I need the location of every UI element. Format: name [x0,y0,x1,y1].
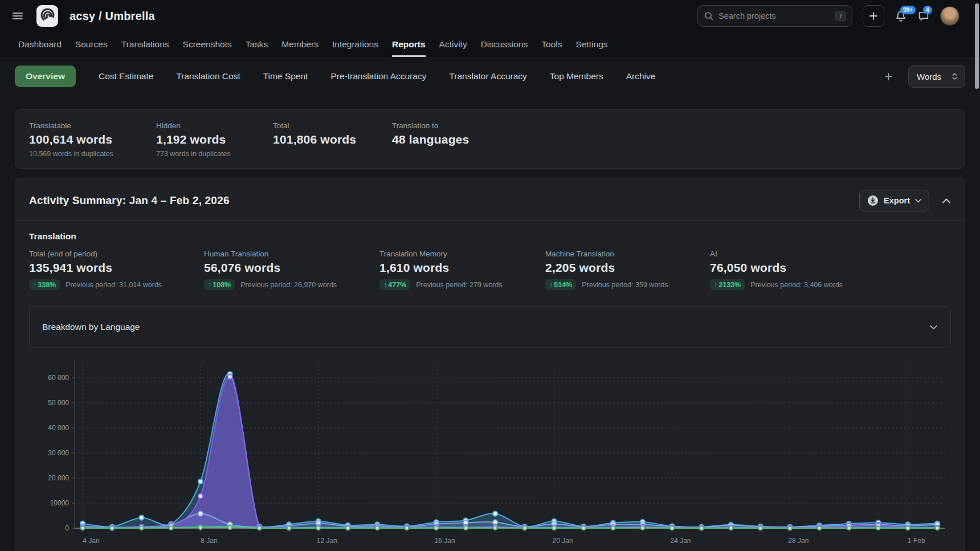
report-tab-archive[interactable]: Archive [626,66,656,87]
add-report-button[interactable] [884,72,893,81]
page-scrollbar[interactable] [974,0,979,551]
report-tab-translator-accuracy[interactable]: Translator Accuracy [449,66,526,87]
svg-text:1 Feb: 1 Feb [908,537,925,545]
svg-text:20 Jan: 20 Jan [553,537,573,545]
report-tabs-actions: Words [884,65,965,88]
main-nav-item-discussions[interactable]: Discussions [481,32,528,57]
collapse-section-button[interactable] [942,198,951,203]
report-tab-pre-translation-accuracy[interactable]: Pre-translation Accuracy [330,66,426,87]
main-nav-item-dashboard[interactable]: Dashboard [18,32,62,57]
change-value: 108% [213,281,231,289]
change-value: 477% [388,281,406,289]
svg-text:20 000: 20 000 [48,474,69,482]
main-nav-item-reports[interactable]: Reports [392,32,426,57]
select-sort-icon [950,72,959,81]
messages-button[interactable]: 4 [917,10,930,22]
app-logo[interactable] [36,5,58,27]
notifications-button[interactable]: 99+ [895,10,907,22]
report-tab-top-members[interactable]: Top Members [550,66,603,87]
search-input[interactable] [718,11,831,21]
arrow-up-icon: ↑ [383,281,387,289]
stat-note: 10,569 words in duplicates [29,150,156,158]
translation-stat-human-translation: Human Translation56,076 words↑108%Previo… [204,250,379,290]
stat-value: 76,050 words [710,261,951,275]
stat-meta: ↑338%Previous period: 31,014 words [29,279,204,290]
report-tabs-row: OverviewCost EstimateTranslation CostTim… [0,65,980,96]
project-title: acsy / Umbrella [70,10,155,23]
stat-label: Human Translation [204,250,379,258]
scrollbar-thumb[interactable] [975,3,979,89]
caret-down-icon [915,199,921,203]
translation-stat-translation-memory: Translation Memory1,610 words↑477%Previo… [379,250,545,290]
arrow-up-icon: ↑ [208,281,211,289]
search-box[interactable]: / [697,5,852,27]
export-button[interactable]: Export [859,190,929,211]
svg-text:4 Jan: 4 Jan [83,537,99,545]
previous-period: Previous period: 31,014 words [66,281,162,289]
activity-summary-title: Activity Summary: Jan 4 – Feb 2, 2026 [29,194,230,207]
activity-chart: 01000020 00030 00040 00050 00060 0004 Ja… [29,356,951,551]
stat-label: Translatable [29,121,156,130]
arrow-up-icon: ↑ [33,281,36,289]
stat-value: 100,614 words [29,133,156,146]
arrow-up-icon: ↑ [714,281,717,289]
stat-label: Translation Memory [379,250,545,258]
change-badge: ↑477% [379,279,410,290]
hamburger-menu-button[interactable] [11,10,24,22]
stat-label: Machine Translation [545,250,710,258]
report-tab-time-spent[interactable]: Time Spent [263,66,308,87]
card-divider [15,221,965,221]
hamburger-icon [11,10,24,22]
topbar-actions: / 99+ 4 [697,5,969,27]
stat-label: AI [710,250,951,258]
plus-icon [884,72,893,81]
activity-summary-card: Activity Summary: Jan 4 – Feb 2, 2026 Ex… [15,178,965,551]
translation-stat-ai: AI76,050 words↑2133%Previous period: 3,4… [710,250,951,290]
report-tab-cost-estimate[interactable]: Cost Estimate [99,66,153,87]
change-badge: ↑2133% [710,279,745,290]
user-avatar[interactable] [940,6,959,26]
create-button[interactable] [863,5,884,27]
previous-period: Previous period: 359 words [582,281,668,289]
activity-header-actions: Export [859,190,951,211]
stat-meta: ↑477%Previous period: 279 words [379,279,545,290]
svg-text:12 Jan: 12 Jan [317,537,337,545]
translation-section-title: Translation [29,231,951,242]
svg-text:0: 0 [65,524,69,532]
report-tab-overview[interactable]: Overview [15,66,76,87]
svg-text:16 Jan: 16 Jan [435,537,455,545]
stat-value: 1,192 words [156,133,273,146]
search-icon [704,11,714,21]
reports-page: OverviewCost EstimateTranslation CostTim… [0,65,980,551]
main-nav-item-members[interactable]: Members [281,32,318,57]
search-shortcut-key: / [835,11,846,21]
breakdown-by-language-toggle[interactable]: Breakdown by Language [29,306,951,348]
stat-value: 56,076 words [204,261,379,275]
change-badge: ↑108% [204,279,235,290]
translation-stats-row: Total (end of period)135,941 words↑338%P… [29,250,951,290]
main-nav-item-settings[interactable]: Settings [576,32,608,57]
change-value: 2133% [718,281,741,289]
report-tab-translation-cost[interactable]: Translation Cost [176,66,240,87]
svg-text:10000: 10000 [50,499,70,507]
svg-text:28 Jan: 28 Jan [788,537,808,545]
stat-label: Total (end of period) [29,250,204,258]
unit-select[interactable]: Words [908,65,965,88]
main-nav-item-sources[interactable]: Sources [75,32,108,57]
main-nav-item-tasks[interactable]: Tasks [246,32,268,57]
stat-meta: ↑2133%Previous period: 3,406 words [710,279,951,290]
previous-period: Previous period: 279 words [416,281,502,289]
main-nav-item-activity[interactable]: Activity [439,32,467,57]
main-nav-item-integrations[interactable]: Integrations [332,32,378,57]
notifications-badge: 99+ [900,6,916,14]
svg-text:8 Jan: 8 Jan [201,537,217,545]
main-nav-item-translations[interactable]: Translations [121,32,169,57]
stat-label: Hidden [156,121,273,130]
export-button-label: Export [884,196,910,205]
arrow-up-icon: ↑ [549,281,553,289]
main-nav-item-screenshots[interactable]: Screenshots [183,32,232,57]
stat-label: Total [273,121,392,130]
stat-meta: ↑108%Previous period: 26,970 words [204,279,379,290]
main-nav-item-tools[interactable]: Tools [541,32,562,57]
project-stat-hidden: Hidden1,192 words773 words in duplicates [156,121,273,158]
